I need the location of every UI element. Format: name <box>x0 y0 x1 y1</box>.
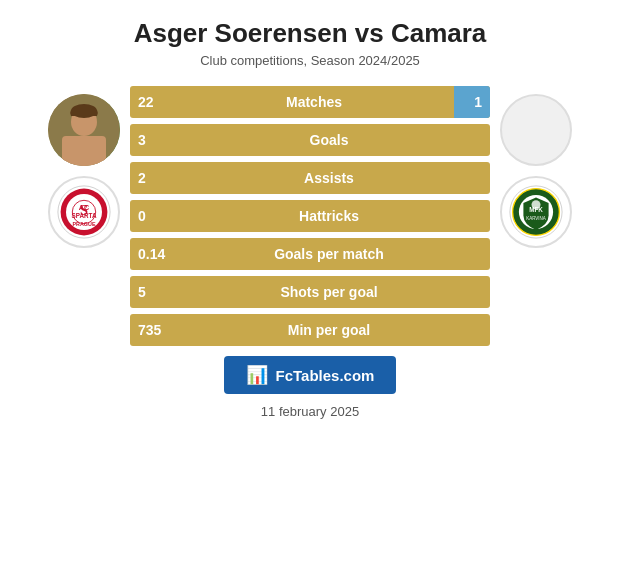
stat-value-left: 0.14 <box>130 246 168 262</box>
opponent-avatar <box>500 94 572 166</box>
stat-value-left: 22 <box>130 94 168 110</box>
stat-value-right: 1 <box>460 94 490 110</box>
stat-label: Min per goal <box>168 322 490 338</box>
stat-label: Hattricks <box>168 208 490 224</box>
stat-value-left: 3 <box>130 132 168 148</box>
stat-value-left: 0 <box>130 208 168 224</box>
stat-label: Assists <box>168 170 490 186</box>
stat-row: 0.14Goals per match <box>130 238 490 270</box>
svg-rect-3 <box>62 136 106 166</box>
main-container: Asger Soerensen vs Camara Club competiti… <box>0 0 620 580</box>
stat-label: Goals per match <box>168 246 490 262</box>
fctables-logo: 📊 FcTables.com <box>224 356 397 394</box>
sparta-badge: AC SPARTA PRAGUE S <box>48 176 120 248</box>
player-avatar <box>48 94 120 166</box>
stat-row: 0Hattricks <box>130 200 490 232</box>
stat-row: 3Goals <box>130 124 490 156</box>
stat-label: Goals <box>168 132 490 148</box>
stat-value-left: 735 <box>130 322 168 338</box>
subtitle: Club competitions, Season 2024/2025 <box>200 53 420 68</box>
logo-area: 📊 FcTables.com <box>20 356 600 394</box>
svg-text:S: S <box>80 202 88 218</box>
stat-label: Shots per goal <box>168 284 490 300</box>
stat-row: 22Matches1 <box>130 86 490 118</box>
fctables-text: FcTables.com <box>276 367 375 384</box>
stat-row: 2Assists <box>130 162 490 194</box>
date-label: 11 february 2025 <box>261 404 359 419</box>
left-badges: AC SPARTA PRAGUE S <box>48 94 120 248</box>
stats-area: 22Matches13Goals2Assists0Hattricks0.14Go… <box>130 86 490 346</box>
fctables-icon: 📊 <box>246 364 268 386</box>
page-title: Asger Soerensen vs Camara <box>134 18 487 49</box>
stat-value-left: 5 <box>130 284 168 300</box>
stat-value-left: 2 <box>130 170 168 186</box>
svg-point-18 <box>532 200 541 209</box>
right-badges: MFK KARVINA <box>500 94 572 248</box>
stat-label: Matches <box>168 94 460 110</box>
stat-row: 5Shots per goal <box>130 276 490 308</box>
svg-text:KARVINA: KARVINA <box>526 216 546 221</box>
mfk-badge: MFK KARVINA <box>500 176 572 248</box>
comparison-area: AC SPARTA PRAGUE S 22Matches13Goals2Assi… <box>20 86 600 346</box>
stat-row: 735Min per goal <box>130 314 490 346</box>
